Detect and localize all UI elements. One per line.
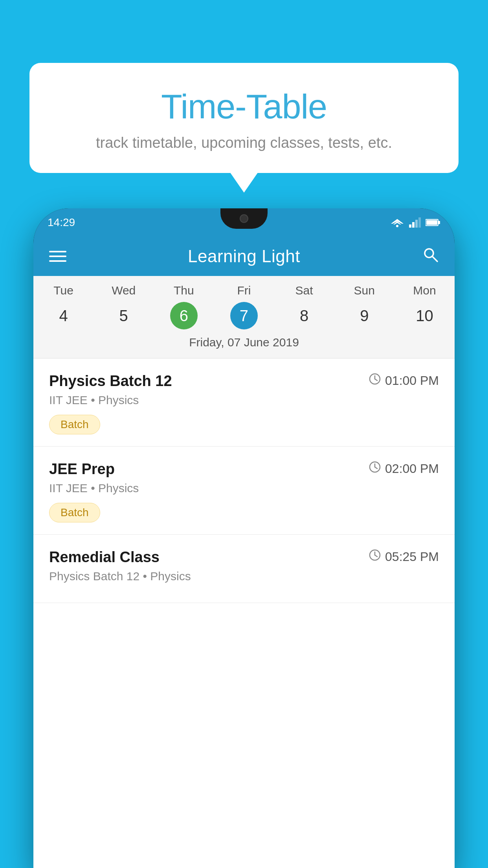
- svg-point-2: [396, 225, 398, 227]
- phone-frame: 14:29: [33, 208, 455, 868]
- phone-notch: [220, 208, 268, 229]
- speech-bubble: Time-Table track timetable, upcoming cla…: [29, 63, 459, 173]
- schedule-item-1-time: 01:00 PM: [369, 373, 439, 388]
- schedule-item-3[interactable]: Remedial Class 05:25 PM: [33, 535, 455, 603]
- day-thu: Thu: [154, 284, 214, 297]
- svg-rect-5: [415, 220, 418, 228]
- bubble-subtitle: track timetable, upcoming classes, tests…: [61, 134, 427, 151]
- date-4[interactable]: 4: [33, 302, 94, 329]
- day-names-row: Tue Wed Thu Fri Sat Sun Mon: [33, 284, 455, 297]
- schedule-item-2-name: JEE Prep: [49, 461, 115, 478]
- date-9[interactable]: 9: [334, 302, 394, 329]
- day-mon: Mon: [394, 284, 455, 297]
- calendar-strip: Tue Wed Thu Fri Sat Sun Mon 4 5 6 7 8 9 …: [33, 276, 455, 359]
- svg-line-20: [375, 555, 377, 557]
- schedule-item-2[interactable]: JEE Prep 02:00 PM: [33, 447, 455, 535]
- phone-screen-content: Tue Wed Thu Fri Sat Sun Mon 4 5 6 7 8 9 …: [33, 276, 455, 868]
- search-icon[interactable]: [422, 246, 439, 267]
- schedule-item-3-meta: Physics Batch 12 • Physics: [49, 570, 439, 583]
- signal-icon: [409, 217, 421, 228]
- schedule-item-2-meta: IIT JEE • Physics: [49, 482, 439, 495]
- svg-rect-8: [438, 221, 440, 224]
- wifi-icon: [390, 217, 404, 228]
- day-fri: Fri: [214, 284, 274, 297]
- speech-bubble-container: Time-Table track timetable, upcoming cla…: [29, 63, 459, 173]
- clock-icon-2: [369, 461, 381, 476]
- date-5[interactable]: 5: [94, 302, 154, 329]
- hamburger-menu-icon[interactable]: [49, 251, 66, 262]
- status-icons: [390, 217, 440, 228]
- svg-rect-6: [418, 217, 421, 228]
- svg-line-17: [375, 467, 377, 469]
- phone-container: 14:29: [33, 208, 455, 868]
- schedule-item-3-time: 05:25 PM: [369, 549, 439, 565]
- schedule-item-1-name: Physics Batch 12: [49, 373, 172, 390]
- svg-line-14: [375, 379, 377, 381]
- clock-icon-3: [369, 549, 381, 565]
- day-sun: Sun: [334, 284, 394, 297]
- schedule-item-3-name: Remedial Class: [49, 549, 160, 566]
- day-wed: Wed: [94, 284, 154, 297]
- app-header: Learning Light: [33, 237, 455, 276]
- date-10[interactable]: 10: [394, 302, 455, 329]
- schedule-list: Physics Batch 12 01:00 PM: [33, 359, 455, 603]
- schedule-item-2-badge: Batch: [49, 503, 100, 522]
- day-sat: Sat: [274, 284, 334, 297]
- svg-rect-4: [412, 222, 415, 228]
- schedule-item-1[interactable]: Physics Batch 12 01:00 PM: [33, 359, 455, 447]
- svg-rect-9: [426, 220, 437, 225]
- schedule-item-1-badge: Batch: [49, 415, 100, 434]
- date-8[interactable]: 8: [274, 302, 334, 329]
- schedule-item-1-meta: IIT JEE • Physics: [49, 394, 439, 407]
- clock-icon-1: [369, 373, 381, 388]
- schedule-item-3-header: Remedial Class 05:25 PM: [49, 549, 439, 566]
- day-tue: Tue: [33, 284, 94, 297]
- status-time: 14:29: [48, 216, 75, 229]
- date-7-selected[interactable]: 7: [230, 302, 258, 329]
- selected-date-label: Friday, 07 June 2019: [33, 336, 455, 356]
- svg-line-11: [432, 256, 437, 261]
- bubble-title: Time-Table: [61, 86, 427, 127]
- app-title: Learning Light: [188, 246, 300, 266]
- battery-icon: [426, 219, 440, 226]
- date-6-today[interactable]: 6: [170, 302, 198, 329]
- notch-camera: [240, 214, 248, 223]
- schedule-item-2-time: 02:00 PM: [369, 461, 439, 476]
- svg-rect-3: [409, 224, 411, 228]
- day-numbers-row: 4 5 6 7 8 9 10: [33, 302, 455, 329]
- schedule-item-2-header: JEE Prep 02:00 PM: [49, 461, 439, 478]
- schedule-item-1-header: Physics Batch 12 01:00 PM: [49, 373, 439, 390]
